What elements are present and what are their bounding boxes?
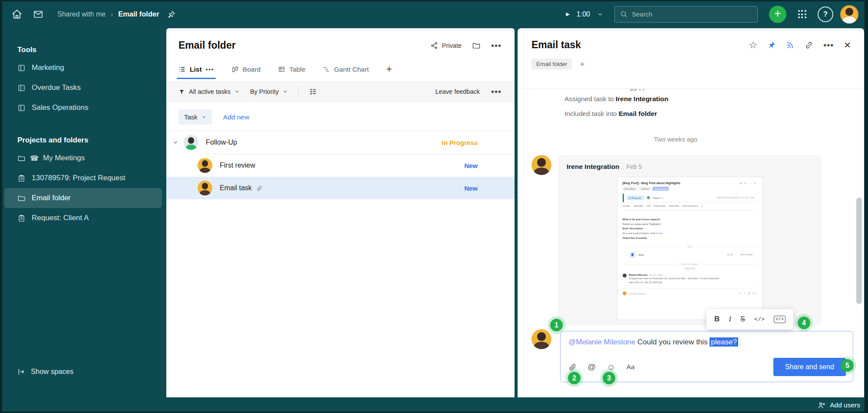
- more-menu-icon[interactable]: •••: [491, 89, 502, 94]
- inbox-mail-icon[interactable]: [32, 9, 44, 20]
- topbar: Shared with me › Email folder ▶ 1:00 + ?: [0, 0, 868, 28]
- step-badge-5: 5: [841, 359, 854, 372]
- preview-status-chip: In Progress: [627, 195, 644, 200]
- folder-name: Email folder: [619, 110, 657, 117]
- timer-play-icon[interactable]: ▶: [566, 11, 569, 17]
- task-row-first-review[interactable]: First review New: [166, 154, 515, 177]
- add-view-button[interactable]: +: [386, 63, 392, 75]
- status-badge[interactable]: New: [464, 185, 478, 192]
- fields-settings-icon[interactable]: [309, 88, 317, 96]
- status-badge[interactable]: New: [464, 162, 478, 169]
- user-avatar[interactable]: [840, 5, 858, 23]
- breadcrumb-shared-with-me[interactable]: Shared with me: [57, 10, 106, 18]
- preview-tag: Content: [639, 187, 651, 191]
- commenter-name: Irene Integration: [567, 163, 619, 171]
- code-block-button[interactable]: </>: [774, 316, 785, 323]
- sidebar-item-my-meetings[interactable]: ☎ My Meetings: [0, 148, 166, 168]
- task-title: Follow-Up: [206, 139, 237, 146]
- task-row-email-task[interactable]: Email task New: [166, 177, 515, 199]
- show-spaces-label: Show spaces: [31, 367, 73, 376]
- clipboard-icon: [17, 174, 26, 182]
- step-badge-4: 4: [798, 317, 810, 329]
- tab-gantt-chart[interactable]: Gantt Chart: [323, 66, 369, 73]
- strikethrough-button[interactable]: S: [740, 315, 745, 323]
- task-row-follow-up[interactable]: Follow-Up In Progress: [166, 131, 515, 154]
- folder-icon[interactable]: [472, 41, 481, 50]
- divider: [298, 86, 299, 97]
- more-menu-icon[interactable]: •••: [491, 43, 502, 48]
- tab-table[interactable]: Table: [278, 66, 305, 73]
- tab-list[interactable]: List •••: [178, 66, 214, 73]
- sidebar-item-label: My Meetings: [43, 154, 85, 162]
- sidebar-item-sales-operations[interactable]: Sales Operations: [0, 98, 166, 118]
- dashboard-icon: [17, 84, 26, 92]
- search-input[interactable]: [632, 10, 752, 18]
- preview-assignee-avatar: [647, 196, 650, 200]
- sidebar-item-overdue-tasks[interactable]: Overdue Tasks: [0, 78, 166, 98]
- gantt-view-icon: [323, 66, 330, 73]
- sidebar-item-marketing[interactable]: Marketing: [0, 58, 166, 78]
- collapse-chevron-icon[interactable]: [172, 139, 178, 145]
- inline-code-button[interactable]: </>: [754, 316, 765, 323]
- task-type-dropdown[interactable]: Task: [178, 109, 212, 125]
- sidebar-item-request-client-a[interactable]: Request: Client A: [0, 208, 166, 228]
- mention-at-icon[interactable]: @: [587, 362, 596, 372]
- timer-value[interactable]: 1:00: [577, 10, 590, 18]
- sort-label: By Priority: [250, 88, 279, 95]
- show-spaces-button[interactable]: Show spaces: [17, 367, 73, 376]
- preview-header-icons: ⊕ ✎ ⋯ ✕: [739, 182, 757, 185]
- preview-doc-icon: [630, 252, 636, 258]
- text-format-toggle[interactable]: Aa: [627, 363, 635, 371]
- list-view-icon: [178, 66, 186, 73]
- task-type-label: Task: [184, 113, 198, 121]
- tab-board[interactable]: Board: [231, 66, 261, 73]
- emoji-smiley-icon[interactable]: ☺: [607, 362, 615, 372]
- sidebar-item-project-request[interactable]: 130789579: Project Request: [0, 168, 166, 188]
- star-icon[interactable]: ☆: [749, 40, 757, 51]
- apps-grid-icon[interactable]: [793, 6, 811, 23]
- comment-draft-text[interactable]: @Melanie Milestone Could you review this…: [568, 338, 845, 347]
- bold-button[interactable]: B: [714, 315, 719, 324]
- add-users-button[interactable]: Add users: [817, 401, 860, 410]
- add-tag-button[interactable]: +: [580, 59, 584, 69]
- attachment-paperclip-icon: [256, 185, 263, 192]
- table-view-icon: [278, 66, 285, 73]
- search-box[interactable]: [614, 6, 758, 23]
- embedded-screenshot-preview[interactable]: [Blog Post] - Blog Post about Highlights…: [617, 177, 763, 320]
- close-icon[interactable]: ✕: [844, 40, 851, 50]
- dashboard-icon: [17, 64, 26, 72]
- filter-scope-dropdown[interactable]: All active tasks: [178, 88, 240, 95]
- attach-paperclip-icon[interactable]: [568, 363, 577, 371]
- leave-feedback-link[interactable]: Leave feedback: [436, 88, 480, 95]
- pin-breadcrumb-icon[interactable]: [167, 10, 176, 19]
- more-menu-icon[interactable]: •••: [823, 43, 834, 47]
- timer-chevron-down-icon[interactable]: [597, 11, 603, 17]
- sidebar-item-email-folder[interactable]: Email folder: [4, 188, 162, 208]
- tab-options-icon[interactable]: •••: [206, 66, 214, 73]
- italic-button[interactable]: I: [729, 315, 731, 324]
- home-icon[interactable]: [11, 9, 23, 20]
- vertical-scrollbar[interactable]: [856, 65, 862, 394]
- privacy-button[interactable]: Private: [430, 42, 462, 50]
- status-badge[interactable]: In Progress: [442, 139, 478, 146]
- chevron-down-icon: [283, 89, 288, 94]
- comment-item: Irene Integration Feb 5 [Blog Post] - Bl…: [531, 155, 822, 325]
- help-button[interactable]: ?: [818, 7, 833, 22]
- assignee-avatar: [198, 158, 212, 173]
- activity-assigned: Assigned task toIrene Integration: [564, 95, 668, 103]
- mention-link[interactable]: @Melanie Milestone: [568, 338, 635, 346]
- assignee-name: Irene Integration: [616, 95, 668, 102]
- breadcrumb-email-folder[interactable]: Email folder: [118, 10, 159, 18]
- sort-dropdown[interactable]: By Priority: [250, 88, 288, 95]
- board-view-icon: [231, 66, 239, 73]
- pin-icon[interactable]: [767, 41, 776, 50]
- scrollbar-thumb[interactable]: [856, 198, 862, 304]
- create-new-button[interactable]: +: [769, 6, 786, 23]
- permalink-icon[interactable]: [805, 41, 813, 50]
- follow-rss-icon[interactable]: [786, 41, 795, 50]
- task-activity-stream: gg ( ) Assigned task toIrene Integration…: [518, 89, 864, 397]
- folder-tag[interactable]: Email folder: [531, 59, 572, 69]
- search-icon: [620, 10, 627, 18]
- add-new-task-link[interactable]: Add new: [223, 113, 249, 121]
- share-and-send-button[interactable]: Share and send: [773, 358, 846, 376]
